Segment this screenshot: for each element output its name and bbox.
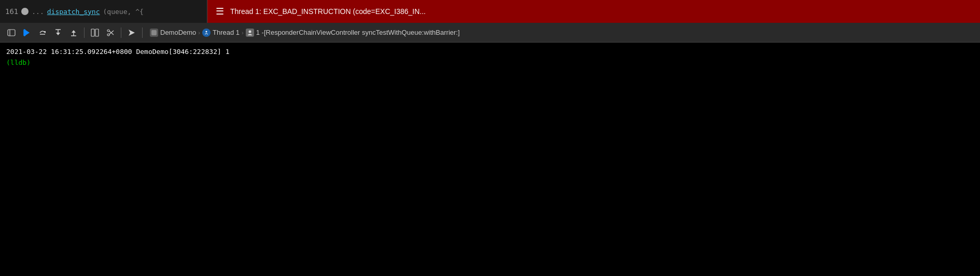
step-out-button[interactable] xyxy=(66,25,81,40)
svg-marker-2 xyxy=(25,30,30,36)
debug-toolbar: DemoDemo › Thread 1 › 1 -[R xyxy=(0,23,980,43)
toggle-sidebar-button[interactable] xyxy=(4,25,19,40)
svg-point-22 xyxy=(248,30,251,33)
svg-point-15 xyxy=(107,34,109,36)
svg-rect-19 xyxy=(151,30,157,35)
sidebar-toggle-icon xyxy=(7,29,16,37)
app-logo-icon xyxy=(151,30,157,36)
svg-line-17 xyxy=(109,31,114,34)
svg-rect-13 xyxy=(95,29,99,36)
person-frame-icon xyxy=(247,30,253,36)
person-icon xyxy=(246,29,254,37)
code-function-link[interactable]: dispatch_sync xyxy=(47,8,100,16)
error-bar-right: ☰ Thread 1: EXC_BAD_INSTRUCTION (code=EX… xyxy=(207,0,980,23)
svg-marker-7 xyxy=(56,33,60,35)
breadcrumb-frame-label: 1 -[ResponderChainViewController syncTes… xyxy=(256,29,460,36)
toggle-view-button[interactable] xyxy=(88,25,102,40)
step-into-icon xyxy=(54,29,62,37)
breadcrumb-item-frame[interactable]: 1 -[ResponderChainViewController syncTes… xyxy=(246,29,460,37)
svg-rect-0 xyxy=(8,30,15,36)
breakpoint-indicator xyxy=(21,8,29,15)
svg-point-21 xyxy=(206,31,207,32)
svg-marker-18 xyxy=(129,30,135,36)
app-icon xyxy=(150,29,158,37)
breadcrumb-thread-label: Thread 1 xyxy=(213,29,240,36)
continue-icon xyxy=(23,29,31,37)
error-bar-left: 161 ... dispatch_sync (queue, ^{ xyxy=(0,0,207,23)
code-ellipsis: ... xyxy=(32,8,44,16)
svg-marker-10 xyxy=(72,30,76,33)
step-over-button[interactable] xyxy=(35,25,50,40)
step-out-icon xyxy=(69,29,78,37)
continue-button[interactable] xyxy=(20,25,34,40)
navigate-icon xyxy=(128,29,136,37)
navigate-button[interactable] xyxy=(124,25,139,40)
breadcrumb-arrow-2: › xyxy=(242,30,244,36)
scissors-icon xyxy=(106,29,115,37)
svg-rect-12 xyxy=(91,29,94,36)
svg-point-14 xyxy=(107,30,109,32)
breadcrumb-item-thread[interactable]: Thread 1 xyxy=(202,29,240,37)
step-over-icon xyxy=(38,29,47,37)
breadcrumb-arrow-1: › xyxy=(198,30,200,36)
thread-icon xyxy=(202,29,211,37)
thread-circle-icon xyxy=(203,30,209,36)
scissors-button[interactable] xyxy=(103,25,118,40)
console-prompt[interactable]: (lldb) xyxy=(6,58,974,68)
svg-line-16 xyxy=(109,31,114,35)
error-bar: 161 ... dispatch_sync (queue, ^{ ☰ Threa… xyxy=(0,0,980,23)
toolbar-separator-3 xyxy=(142,27,143,38)
svg-marker-4 xyxy=(44,31,46,33)
svg-rect-3 xyxy=(24,30,25,36)
code-params: (queue, ^{ xyxy=(103,8,144,16)
breadcrumb: DemoDemo › Thread 1 › 1 -[R xyxy=(150,29,460,37)
toggle-view-icon xyxy=(91,29,99,37)
toolbar-separator-1 xyxy=(84,27,85,38)
console-area[interactable]: 2021-03-22 16:31:25.092264+0800 DemoDemo… xyxy=(0,43,980,73)
hamburger-icon[interactable]: ☰ xyxy=(216,6,224,17)
breadcrumb-app-label: DemoDemo xyxy=(160,29,196,36)
error-title: Thread 1: EXC_BAD_INSTRUCTION (code=EXC_… xyxy=(230,7,426,16)
breadcrumb-item-app[interactable]: DemoDemo xyxy=(150,29,196,37)
line-number: 161 xyxy=(5,7,18,16)
console-output-line: 2021-03-22 16:31:25.092264+0800 DemoDemo… xyxy=(6,47,974,58)
toolbar-separator-2 xyxy=(121,27,121,38)
step-into-button[interactable] xyxy=(51,25,65,40)
